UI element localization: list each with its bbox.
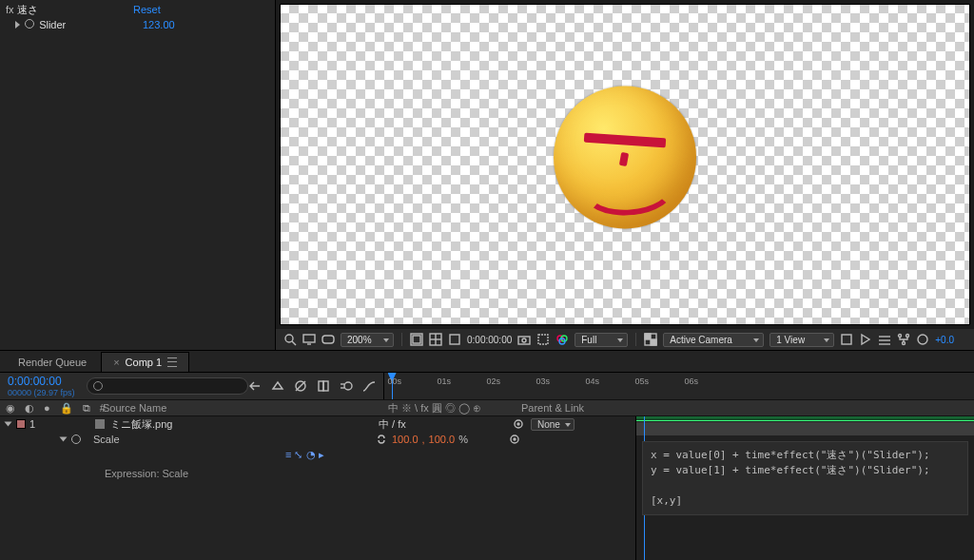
svg-point-32 [344, 382, 352, 390]
parent-dropdown[interactable]: None [531, 418, 575, 431]
timeline-icon[interactable] [878, 333, 891, 346]
tab-comp[interactable]: × Comp 1 [101, 352, 189, 372]
expression-tool-row: ≡ ⤡ ◔ ▸ [0, 447, 635, 462]
stopwatch-icon[interactable] [25, 19, 34, 29]
layer-row[interactable]: 1 ミニ飯塚.png 中 / fx None [0, 416, 635, 432]
magnify-icon[interactable] [283, 333, 297, 346]
effect-reset-button[interactable]: Reset [133, 4, 161, 15]
effect-controls-panel: fx 速さ Reset Slider 123.00 [0, 0, 276, 350]
timeline-tracks[interactable]: x = value[0] + time*effect("速さ")("Slider… [636, 416, 974, 560]
exposure-reset-icon[interactable] [916, 333, 929, 346]
switches-column: 中 ※ \ fx 圓 ◎ ◯ ⊕ [388, 401, 521, 415]
slider-property-value[interactable]: 123.00 [143, 19, 175, 30]
comp-mini-flowchart-icon[interactable] [248, 379, 262, 393]
tab-close-icon[interactable]: × [113, 357, 119, 368]
twirl-icon[interactable] [5, 422, 12, 427]
layer-duration-bar[interactable] [636, 422, 974, 435]
svg-point-27 [918, 335, 927, 344]
shy-icon[interactable] [294, 379, 307, 393]
ruler-tick: 04s [586, 377, 600, 386]
frame-blend-icon[interactable] [317, 379, 330, 393]
svg-rect-10 [450, 335, 459, 344]
layer-list: 1 ミニ飯塚.png 中 / fx None Scale [0, 416, 636, 560]
layer-switches[interactable]: 中 / fx [379, 417, 512, 432]
svg-rect-2 [303, 335, 315, 342]
svg-rect-4 [322, 336, 334, 343]
svg-rect-19 [651, 339, 656, 345]
view-layout-dropdown[interactable]: 1 View [769, 333, 834, 347]
slider-property-label[interactable]: Slider [39, 19, 66, 30]
solo-column-icon[interactable]: ● [44, 402, 50, 414]
pickwhip-icon[interactable] [508, 433, 521, 446]
ruler-tick: 05s [635, 377, 650, 386]
layer-color-label[interactable] [16, 419, 26, 429]
ruler-tick: 06s [685, 377, 699, 386]
layer-name[interactable]: ミニ飯塚.png [110, 417, 172, 432]
monitor-icon[interactable] [302, 333, 316, 346]
zoom-dropdown[interactable]: 200% [341, 333, 394, 347]
ruler-tick: 02s [487, 377, 501, 386]
timeline-column-header: ◉ ◐ ● 🔒 ⧉ # Source Name 中 ※ \ fx 圓 ◎ ◯ ⊕… [0, 400, 974, 416]
expression-label: Expression: Scale [0, 462, 635, 479]
viewer-toolbar: 200% 0:00:00:00 Full Active Camera 1 Vie… [276, 329, 974, 350]
timeline-search[interactable] [87, 377, 248, 395]
effect-name[interactable]: 速さ [17, 4, 38, 15]
grid-icon[interactable] [429, 333, 442, 346]
fast-preview-icon[interactable] [859, 333, 872, 346]
twirl-icon[interactable] [15, 21, 20, 29]
svg-rect-11 [518, 337, 530, 344]
svg-point-12 [522, 338, 526, 342]
pixel-aspect-icon[interactable] [840, 333, 853, 346]
resolution-dropdown[interactable]: Full [575, 333, 628, 347]
eye-column-icon[interactable]: ◉ [6, 402, 15, 415]
graph-editor-icon[interactable] [362, 379, 376, 393]
camera-dropdown[interactable]: Active Camera [663, 333, 764, 347]
property-name: Scale [93, 434, 375, 445]
twirl-icon[interactable] [60, 437, 68, 442]
composition-viewer[interactable] [280, 4, 970, 325]
composition-viewer-panel: 200% 0:00:00:00 Full Active Camera 1 Vie… [276, 0, 974, 350]
source-name-column[interactable]: Source Name [99, 402, 388, 414]
svg-rect-31 [323, 381, 328, 391]
scale-x-value[interactable]: 100.0 [392, 434, 419, 445]
snapshot-icon[interactable] [517, 333, 531, 346]
expression-tools[interactable]: ≡ ⤡ ◔ ▸ [285, 449, 324, 461]
time-ruler[interactable]: 00s 01s 02s 03s 04s 05s 06s [383, 373, 974, 399]
expression-editor[interactable]: x = value[0] + time*effect("速さ")("Slider… [642, 441, 968, 515]
stopwatch-icon[interactable] [71, 434, 81, 444]
exposure-value[interactable]: +0.0 [935, 335, 954, 345]
timeline-tool-icons [248, 379, 376, 393]
timeline-panel: Render Queue × Comp 1 0:00:00:00 00000 (… [0, 350, 974, 560]
layer-index: 1 [29, 418, 35, 430]
motion-blur-icon[interactable] [340, 379, 353, 393]
viewer-time-display[interactable]: 0:00:00:00 [467, 335, 512, 345]
color-mgmt-icon[interactable] [555, 333, 569, 346]
channel-toggle-icon[interactable] [448, 333, 461, 346]
current-time-display[interactable]: 0:00:00:00 00000 (29.97 fps) [0, 375, 83, 397]
svg-point-0 [285, 335, 293, 342]
roi-icon[interactable] [536, 333, 550, 346]
pickwhip-icon[interactable] [512, 417, 525, 431]
flowchart-icon[interactable] [897, 333, 910, 346]
draft3d-icon[interactable] [271, 379, 284, 393]
svg-rect-30 [319, 381, 323, 391]
audio-column-icon[interactable]: ◐ [25, 402, 34, 415]
mask-toggle-icon[interactable] [321, 333, 335, 346]
label-column-icon[interactable]: ⧉ [83, 402, 90, 415]
timeline-tabs: Render Queue × Comp 1 [0, 351, 974, 373]
svg-rect-13 [538, 335, 548, 344]
safe-zones-icon[interactable] [410, 333, 423, 346]
lock-column-icon[interactable]: 🔒 [60, 402, 73, 415]
constrain-proportions-icon[interactable] [375, 433, 388, 446]
tab-render-queue[interactable]: Render Queue [6, 352, 99, 372]
scale-y-value[interactable]: 100.0 [429, 434, 456, 445]
transparency-grid-icon[interactable] [644, 333, 657, 346]
panel-menu-icon[interactable] [167, 357, 177, 367]
footage-icon [93, 417, 107, 431]
svg-point-37 [517, 423, 519, 425]
work-area-bar[interactable] [636, 416, 974, 421]
svg-rect-6 [413, 336, 420, 343]
property-row-scale[interactable]: Scale 100.0,100.0% [0, 432, 635, 447]
timeline-search-input[interactable] [87, 377, 248, 395]
timeline-header: 0:00:00:00 00000 (29.97 fps) 00s 01s 02s… [0, 373, 974, 400]
